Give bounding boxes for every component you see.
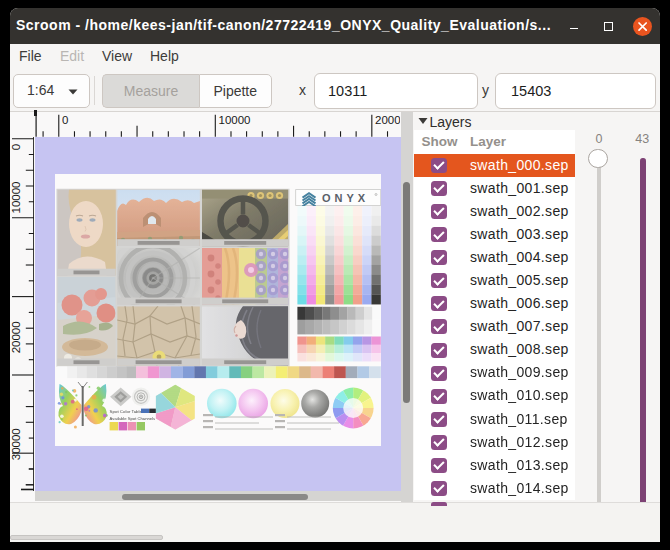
svg-text:Available Spot Channels: Available Spot Channels [110, 415, 156, 420]
svg-text:0: 0 [61, 114, 67, 126]
svg-text:20000: 20000 [10, 321, 22, 353]
svg-text:30000: 30000 [10, 428, 22, 460]
svg-text:20000: 20000 [375, 114, 400, 126]
svg-text:Spot Color Table: Spot Color Table [110, 408, 143, 413]
svg-text:10000: 10000 [218, 114, 250, 126]
svg-text:ONYX: ONYX [322, 191, 369, 203]
svg-text:10000: 10000 [10, 182, 22, 214]
svg-text:0: 0 [10, 144, 22, 150]
